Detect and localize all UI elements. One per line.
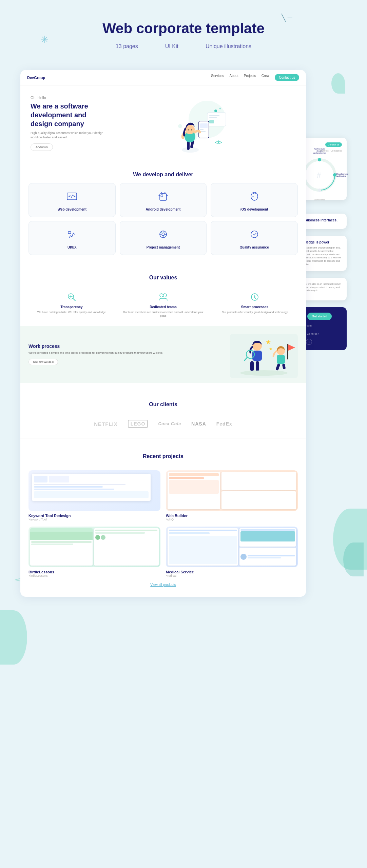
projects-grid: Keyword Tool Redesign Keyword Tool bbox=[28, 470, 298, 577]
svg-point-63 bbox=[318, 189, 321, 192]
service-card-web[interactable]: Web development bbox=[28, 183, 116, 217]
value-desc-teams: Our team members are business-oriented a… bbox=[120, 310, 206, 318]
page-title: Web corporate template bbox=[7, 20, 360, 37]
nav-link-services[interactable]: Services bbox=[211, 74, 224, 81]
clients-title: Our clients bbox=[28, 393, 298, 413]
svg-point-19 bbox=[178, 124, 182, 128]
transparency-icon bbox=[66, 292, 77, 302]
nav-cta-button[interactable]: Contact us bbox=[275, 74, 299, 81]
step-maintenance: Maintenance bbox=[314, 199, 325, 201]
svg-rect-7 bbox=[200, 123, 208, 128]
hero-illustration: </> bbox=[170, 96, 231, 157]
deco-shape-left bbox=[0, 610, 27, 665]
service-name-web: Web development bbox=[58, 208, 86, 211]
svg-rect-4 bbox=[209, 117, 217, 118]
service-card-ios[interactable]: iOS development bbox=[211, 183, 298, 217]
svg-point-17 bbox=[214, 110, 217, 112]
client-lego: LEGO bbox=[128, 420, 148, 428]
project-title-3: Medical Service bbox=[166, 570, 298, 574]
teams-icon bbox=[158, 292, 169, 302]
work-process-section: Work process We've perfected a simple an… bbox=[20, 326, 306, 383]
svg-point-56 bbox=[240, 370, 288, 376]
svg-rect-3 bbox=[209, 115, 219, 116]
value-title-teams: Dedicated teams bbox=[120, 305, 206, 309]
service-card-pm[interactable]: Project management bbox=[120, 221, 207, 255]
work-process-cta[interactable]: See how we do it bbox=[28, 359, 58, 365]
value-processes: Smart processes Our products offer equal… bbox=[212, 292, 298, 318]
project-image-1 bbox=[166, 470, 298, 511]
svg-point-24 bbox=[252, 196, 253, 197]
process-contact-btn[interactable]: Contact us bbox=[325, 142, 342, 147]
service-card-android[interactable]: Android development bbox=[120, 183, 207, 217]
nav-links: Services About Projects Crew Contact us bbox=[211, 74, 299, 81]
svg-rect-8 bbox=[200, 129, 204, 130]
svg-rect-23 bbox=[161, 195, 163, 197]
nav-link-about[interactable]: About bbox=[230, 74, 238, 81]
view-all-link[interactable]: View all products bbox=[28, 583, 298, 587]
header-section: ✳ ╲ ─ Web corporate template 13 pages UI… bbox=[0, 0, 367, 70]
svg-line-34 bbox=[73, 298, 75, 301]
project-image-0 bbox=[28, 470, 160, 511]
header-badges: 13 pages UI Kit Unique illustrations bbox=[7, 43, 360, 50]
projects-section: Recent projects bbox=[20, 438, 306, 597]
svg-point-61 bbox=[318, 158, 321, 161]
svg-text:★: ★ bbox=[266, 339, 271, 346]
service-name-uiux: UI/UX bbox=[67, 245, 77, 249]
clients-section: Our clients NETFLIX LEGO Coca Cola NASA … bbox=[20, 383, 306, 438]
svg-point-27 bbox=[162, 233, 165, 236]
svg-text:</>: </> bbox=[215, 140, 222, 145]
social-icon-2[interactable]: t bbox=[306, 339, 312, 345]
hero-cta-button[interactable]: About us bbox=[31, 143, 53, 151]
hero-subtitle: High-quality digital resources which mak… bbox=[31, 131, 105, 139]
service-card-qa[interactable]: Quality assurance bbox=[211, 221, 298, 255]
step-architecture: Architecturedesignand prototype bbox=[313, 148, 326, 154]
value-teams: Dedicated teams Our team members are bus… bbox=[120, 292, 206, 318]
svg-point-16 bbox=[191, 130, 192, 131]
deco-lines-icon: ╲ ─ bbox=[282, 14, 292, 22]
value-transparency: Transparency We have nothing to hide. We… bbox=[28, 292, 115, 318]
projects-title: Recent projects bbox=[28, 445, 298, 465]
teal-leaf-deco bbox=[331, 73, 345, 94]
badge-ui-kit: UI Kit bbox=[165, 43, 178, 50]
svg-rect-51 bbox=[277, 355, 285, 364]
deco-star-icon: ✳ bbox=[41, 34, 49, 45]
svg-line-42 bbox=[255, 298, 256, 299]
badge-illustrations: Unique illustrations bbox=[206, 43, 251, 50]
processes-icon bbox=[249, 292, 260, 302]
svg-point-32 bbox=[251, 231, 258, 238]
service-name-qa: Quality assurance bbox=[240, 245, 269, 249]
nav-bar: DevGroup Services About Projects Crew Co… bbox=[20, 70, 306, 85]
value-title-transparency: Transparency bbox=[28, 305, 115, 309]
nav-link-projects[interactable]: Projects bbox=[244, 74, 256, 81]
svg-text:★: ★ bbox=[269, 347, 273, 351]
nav-link-crew[interactable]: Crew bbox=[262, 74, 269, 81]
project-card-3[interactable]: Medical Service Medical bbox=[166, 527, 298, 577]
service-card-uiux[interactable]: UI/UX bbox=[28, 221, 116, 255]
project-card-1[interactable]: Web Builder Ad IQ bbox=[166, 470, 298, 521]
hero-image: </> bbox=[105, 96, 296, 157]
client-netflix: NETFLIX bbox=[94, 421, 118, 427]
values-title: Our values bbox=[28, 267, 298, 286]
svg-text:#: # bbox=[317, 171, 321, 179]
project-sub-1: Ad IQ bbox=[166, 518, 298, 521]
service-name-pm: Project management bbox=[147, 245, 180, 249]
svg-rect-46 bbox=[250, 361, 254, 371]
nav-logo: DevGroup bbox=[27, 76, 45, 80]
client-nasa: NASA bbox=[191, 421, 206, 427]
services-grid: Web development Android development iOS … bbox=[20, 183, 306, 263]
hero-title: We are a software development and design… bbox=[31, 102, 105, 128]
hero-greeting: Oh, Hello bbox=[31, 96, 105, 100]
project-card-0[interactable]: Keyword Tool Redesign Keyword Tool bbox=[28, 470, 160, 521]
values-section: Our values Transparency We have nothing … bbox=[20, 263, 306, 326]
client-cocacola: Coca Cola bbox=[158, 421, 181, 426]
web-dev-icon bbox=[66, 190, 78, 202]
footer-cta-button[interactable]: Get started bbox=[307, 313, 332, 320]
page-wrapper: ✳ ╲ ─ Web corporate template 13 pages UI… bbox=[0, 0, 367, 597]
service-name-android: Android development bbox=[146, 208, 181, 211]
qa-icon bbox=[248, 228, 260, 240]
project-card-2[interactable]: BirdieLessons BirdieLessons bbox=[28, 527, 160, 577]
clients-logos: NETFLIX LEGO Coca Cola NASA FedEx bbox=[28, 420, 298, 428]
value-title-processes: Smart processes bbox=[212, 305, 298, 309]
uiux-icon bbox=[66, 228, 78, 240]
hero-text: Oh, Hello We are a software development … bbox=[31, 96, 105, 157]
